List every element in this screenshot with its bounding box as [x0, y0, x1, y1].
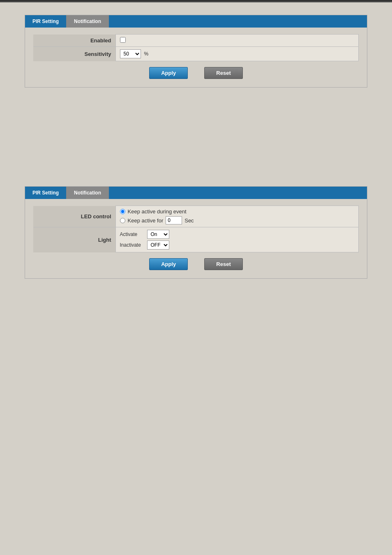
radio-keep-active-for[interactable] [120, 218, 125, 223]
form-table-top: Enabled Sensitivity [33, 34, 359, 61]
spacer [25, 104, 367, 186]
enabled-cell [115, 35, 359, 47]
btn-row-top: Apply Reset [33, 67, 359, 79]
light-control-group: Activate On OFF Inactivate [120, 230, 355, 250]
panel-body-top: Enabled Sensitivity [25, 28, 367, 87]
tab-pir-setting-top[interactable]: PIR Setting [25, 15, 67, 28]
led-radio-group: Keep active during event Keep active for… [120, 208, 355, 224]
percent-label: % [144, 51, 149, 57]
enabled-checkbox[interactable] [120, 37, 126, 43]
tab-bar-top: PIR Setting Notification [25, 15, 367, 28]
activate-item: Activate On OFF [120, 230, 355, 239]
enabled-row: Enabled [33, 35, 359, 47]
tab-bar-bottom: PIR Setting Notification [25, 187, 367, 199]
apply-button-top[interactable]: Apply [149, 67, 188, 79]
reset-button-bottom[interactable]: Reset [204, 258, 242, 270]
page-wrapper: PIR Setting Notification Enabled [0, 2, 392, 555]
panel-top: PIR Setting Notification Enabled [25, 15, 367, 88]
sensitivity-row-inner: 10 20 30 40 50 60 70 80 90 [120, 49, 355, 58]
panel-body-bottom: LED control Keep active during event [25, 199, 367, 278]
led-control-row: LED control Keep active during event [33, 206, 359, 227]
sensitivity-cell: 10 20 30 40 50 60 70 80 90 [115, 47, 359, 61]
light-label: Light [33, 227, 115, 252]
sensitivity-label: Sensitivity [33, 47, 115, 61]
pir-section-bottom: PIR Setting Notification LED control [25, 186, 367, 279]
radio-keep-active-during[interactable] [120, 209, 125, 214]
tab-notification-top[interactable]: Notification [67, 15, 109, 28]
led-control-cell: Keep active during event Keep active for… [115, 206, 359, 227]
form-table-bottom: LED control Keep active during event [33, 206, 359, 252]
radio-row-2: Keep active for Sec [120, 216, 355, 224]
reset-button-top[interactable]: Reset [204, 67, 242, 79]
inactivate-item: Inactivate On OFF [120, 240, 355, 250]
tab-pir-setting-bottom[interactable]: PIR Setting [25, 187, 67, 199]
radio-row-1: Keep active during event [120, 208, 355, 215]
tab-notification-bottom[interactable]: Notification [67, 187, 109, 199]
light-row: Light Activate On OFF [33, 227, 359, 252]
light-cell: Activate On OFF Inactivate [115, 227, 359, 252]
inactivate-select[interactable]: On OFF [147, 240, 169, 250]
enabled-label: Enabled [33, 35, 115, 47]
led-control-label: LED control [33, 206, 115, 227]
keep-active-seconds-input[interactable] [166, 216, 182, 224]
pir-section-top: PIR Setting Notification Enabled [25, 15, 367, 88]
apply-button-bottom[interactable]: Apply [149, 258, 188, 270]
panel-bottom: PIR Setting Notification LED control [25, 186, 367, 279]
sensitivity-row: Sensitivity 10 20 30 40 50 [33, 47, 359, 61]
activate-select[interactable]: On OFF [147, 230, 169, 239]
btn-row-bottom: Apply Reset [33, 258, 359, 270]
sensitivity-select[interactable]: 10 20 30 40 50 60 70 80 90 [120, 49, 141, 58]
